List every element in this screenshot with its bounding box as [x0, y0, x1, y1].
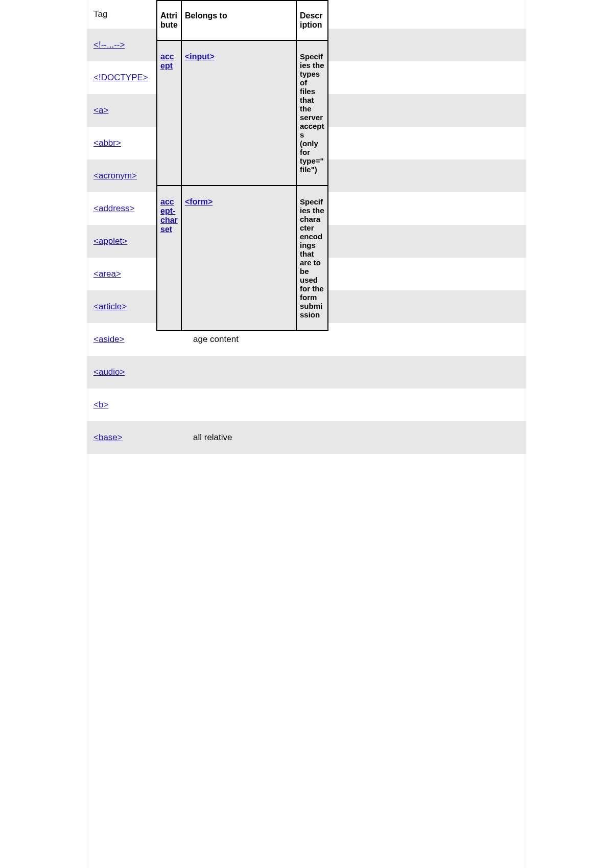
- attr-link[interactable]: accept-charset: [160, 197, 178, 234]
- tag-cell: <audio>: [87, 356, 187, 389]
- desc-text: all relative: [193, 432, 232, 442]
- attr-link[interactable]: accept: [160, 52, 174, 70]
- attr-cell: accept: [157, 40, 181, 186]
- attr-col-header: Attribute: [157, 1, 181, 40]
- desc-text: age content: [193, 334, 239, 344]
- tag-link[interactable]: <article>: [93, 302, 127, 311]
- tag-link[interactable]: <a>: [93, 105, 108, 115]
- table-row: accept<input>Specifies the types of file…: [157, 40, 328, 186]
- desc-cell: [187, 389, 526, 421]
- attrdesc-col-header: Description: [296, 1, 328, 40]
- belongs-cell: <input>: [181, 40, 296, 186]
- tag-link[interactable]: <area>: [93, 269, 121, 279]
- tag-link[interactable]: <base>: [93, 432, 123, 442]
- tag-link[interactable]: <aside>: [93, 334, 125, 344]
- page: Tag Description <!--...--><!DOCTYPE><a><…: [0, 0, 613, 868]
- belongs-col-header: Belongs to: [181, 1, 296, 40]
- tag-link[interactable]: <!DOCTYPE>: [93, 73, 148, 82]
- belongs-cell: <form>: [181, 186, 296, 331]
- table-row: <audio>: [87, 356, 526, 389]
- desc-cell: [187, 356, 526, 389]
- attrdesc-cell: Specifies the character encodings that a…: [296, 186, 328, 331]
- belongs-link[interactable]: <input>: [185, 52, 215, 61]
- attrdesc-cell: Specifies the types of files that the se…: [296, 40, 328, 186]
- tag-link[interactable]: <abbr>: [93, 138, 121, 148]
- table-row: <base>all relative: [87, 421, 526, 454]
- tag-link[interactable]: <!--...-->: [93, 40, 125, 50]
- attr-reference-table: Attribute Belongs to Description accept<…: [156, 0, 328, 331]
- tag-link[interactable]: <acronym>: [93, 171, 137, 180]
- desc-cell: all relative: [187, 421, 526, 454]
- tag-link[interactable]: <audio>: [93, 367, 125, 377]
- belongs-link[interactable]: <form>: [185, 197, 213, 206]
- tag-cell: <b>: [87, 389, 187, 421]
- document-card: Tag Description <!--...--><!DOCTYPE><a><…: [87, 0, 526, 868]
- tag-link[interactable]: <b>: [93, 400, 108, 409]
- table-row: <b>: [87, 389, 526, 421]
- attr-cell: accept-charset: [157, 186, 181, 331]
- tag-link[interactable]: <applet>: [93, 236, 127, 246]
- tag-link[interactable]: <address>: [93, 203, 134, 213]
- tag-cell: <base>: [87, 421, 187, 454]
- table-row: accept-charset<form>Specifies the charac…: [157, 186, 328, 331]
